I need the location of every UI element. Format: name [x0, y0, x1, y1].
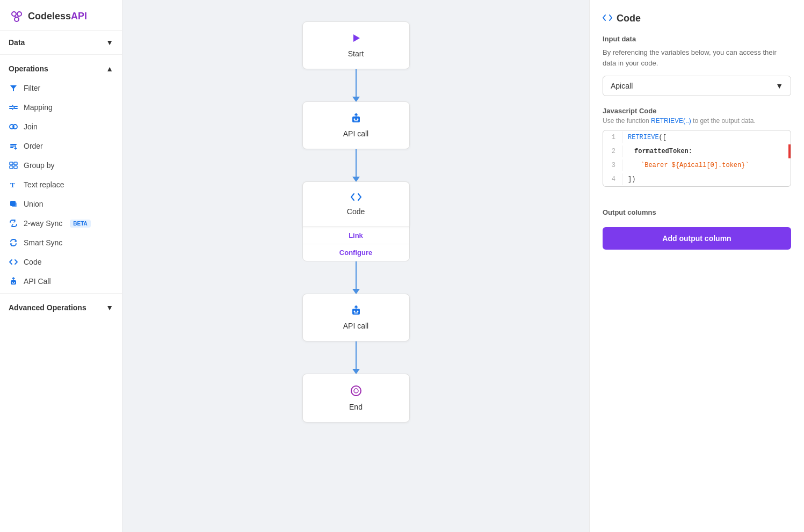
code-line-3: 3 `Bearer ${Apicall[0].token}` — [603, 158, 791, 172]
connector-4 — [356, 341, 357, 374]
logo-icon — [9, 9, 24, 24]
sidebar-item-mapping[interactable]: Mapping — [0, 98, 122, 117]
data-section-header[interactable]: Data ▼ — [0, 31, 122, 52]
svg-rect-12 — [14, 162, 17, 165]
dropdown-value: Apicall — [611, 82, 633, 90]
svg-rect-14 — [14, 166, 17, 169]
svg-marker-5 — [10, 85, 17, 91]
svg-point-24 — [357, 119, 358, 120]
output-columns-label: Output columns — [603, 208, 791, 216]
end-icon — [350, 385, 362, 399]
code-node-container: Code Link Configure — [302, 181, 410, 261]
api-icon — [9, 276, 18, 286]
end-node[interactable]: End — [302, 374, 410, 422]
right-panel: Code Input data By referencing the varia… — [589, 0, 804, 532]
sidebar-item-smart-sync[interactable]: Smart Sync — [0, 233, 122, 252]
advanced-ops-chevron: ▼ — [106, 303, 113, 312]
add-output-column-button[interactable]: Add output column — [603, 227, 791, 250]
configure-button[interactable]: Configure — [303, 244, 409, 261]
sidebar-item-label: Mapping — [24, 103, 53, 112]
divider-1 — [0, 54, 122, 55]
sidebar-item-group-by[interactable]: Group by — [0, 156, 122, 175]
sidebar-item-label: Text replace — [24, 180, 64, 189]
sidebar-item-2way-sync[interactable]: 2-way Sync BETA — [0, 214, 122, 233]
connector-2 — [356, 149, 357, 181]
union-icon — [9, 199, 18, 209]
api-call-node-1[interactable]: API call — [302, 101, 410, 149]
advanced-ops-section-header[interactable]: Advanced Operations ▼ — [0, 296, 122, 317]
sidebar-item-text-replace[interactable]: T Text replace — [0, 175, 122, 194]
operations-section-chevron: ▲ — [106, 64, 113, 73]
svg-point-1 — [17, 12, 21, 16]
sidebar-item-label: Smart Sync — [24, 238, 62, 247]
api-call-icon-1 — [351, 113, 361, 126]
code-title-icon — [603, 14, 612, 24]
svg-rect-17 — [12, 202, 17, 207]
operations-section-label: Operations — [9, 64, 48, 73]
sidebar: CodelessAPI Data ▼ Operations ▲ Filter — [0, 0, 122, 532]
svg-rect-18 — [11, 280, 16, 285]
start-icon — [351, 33, 361, 46]
svg-point-20 — [14, 282, 15, 283]
sidebar-item-union[interactable]: Union — [0, 194, 122, 214]
group-icon — [9, 161, 18, 170]
start-label: Start — [348, 49, 364, 58]
code-error-marker — [788, 144, 791, 158]
link-button[interactable]: Link — [303, 227, 409, 244]
code-node-icon — [351, 193, 361, 204]
api-call-label-1: API call — [343, 129, 368, 138]
sidebar-item-label: 2-way Sync — [24, 219, 62, 228]
connector-1 — [356, 69, 357, 101]
flow-canvas: Start API call Code — [122, 0, 589, 532]
svg-point-23 — [353, 119, 355, 120]
node-links: Link Configure — [302, 227, 410, 261]
start-node[interactable]: Start — [302, 21, 410, 69]
sync-icon — [9, 218, 18, 228]
sidebar-item-code[interactable]: Code — [0, 252, 122, 272]
dropdown-chevron-icon: ▼ — [776, 82, 783, 90]
code-node[interactable]: Code — [302, 181, 410, 227]
operations-section-header[interactable]: Operations ▲ — [0, 57, 122, 78]
svg-point-0 — [12, 12, 16, 16]
data-section-chevron: ▼ — [106, 38, 113, 47]
code-icon — [9, 257, 18, 267]
code-editor[interactable]: 1 RETRIEVE([ 2 formattedToken: 3 `Bearer… — [603, 130, 791, 187]
api-call-node-2[interactable]: API call — [302, 294, 410, 341]
code-line-4: 4 ]) — [603, 172, 791, 186]
input-data-description: By referencing the variables below, you … — [603, 47, 791, 68]
sidebar-item-order[interactable]: Order — [0, 136, 122, 156]
filter-icon — [9, 83, 18, 93]
sidebar-item-api-call[interactable]: API Call — [0, 272, 122, 291]
svg-point-28 — [351, 386, 361, 396]
logo-text: CodelessAPI — [28, 11, 87, 22]
sidebar-item-filter[interactable]: Filter — [0, 78, 122, 98]
join-icon — [9, 122, 18, 132]
api-call-label-2: API call — [343, 322, 368, 330]
svg-rect-11 — [10, 162, 13, 165]
svg-point-26 — [353, 311, 355, 312]
code-node-label: Code — [347, 207, 365, 216]
svg-rect-25 — [352, 309, 360, 315]
code-line-1: 1 RETRIEVE([ — [603, 130, 791, 144]
svg-point-2 — [15, 17, 19, 21]
js-code-title: Javascript Code — [603, 107, 791, 115]
svg-point-29 — [354, 389, 358, 393]
sidebar-item-label: API Call — [24, 277, 51, 286]
smart-sync-icon — [9, 238, 18, 247]
advanced-ops-label: Advanced Operations — [9, 303, 86, 312]
input-data-label: Input data — [603, 35, 791, 43]
svg-line-4 — [17, 16, 19, 17]
svg-rect-22 — [352, 116, 360, 122]
sidebar-item-label: Filter — [24, 84, 40, 92]
sidebar-item-label: Code — [24, 258, 41, 266]
sidebar-item-join[interactable]: Join — [0, 117, 122, 136]
svg-point-19 — [12, 282, 13, 283]
panel-title-text: Code — [617, 13, 641, 24]
sidebar-item-label: Group by — [24, 161, 55, 170]
text-icon: T — [9, 180, 18, 190]
output-columns-section: Output columns Add output column — [603, 208, 791, 250]
api-call-icon-2 — [351, 305, 361, 318]
mapping-icon — [9, 103, 18, 112]
apicall-dropdown[interactable]: Apicall ▼ — [603, 76, 791, 96]
data-section-label: Data — [9, 38, 25, 47]
